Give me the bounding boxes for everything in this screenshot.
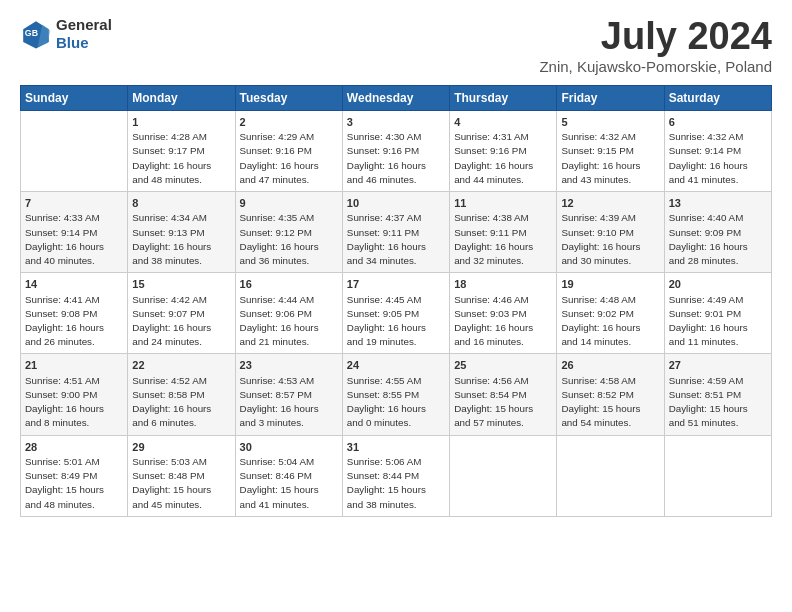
calendar-cell: 19Sunrise: 4:48 AM Sunset: 9:02 PM Dayli…	[557, 273, 664, 354]
day-header-thursday: Thursday	[450, 85, 557, 110]
calendar-cell: 29Sunrise: 5:03 AM Sunset: 8:48 PM Dayli…	[128, 435, 235, 516]
calendar-cell: 20Sunrise: 4:49 AM Sunset: 9:01 PM Dayli…	[664, 273, 771, 354]
cell-details: Sunrise: 4:49 AM Sunset: 9:01 PM Dayligh…	[669, 293, 767, 350]
calendar-cell: 22Sunrise: 4:52 AM Sunset: 8:58 PM Dayli…	[128, 354, 235, 435]
cell-details: Sunrise: 4:29 AM Sunset: 9:16 PM Dayligh…	[240, 130, 338, 187]
day-header-wednesday: Wednesday	[342, 85, 449, 110]
cell-details: Sunrise: 4:38 AM Sunset: 9:11 PM Dayligh…	[454, 211, 552, 268]
calendar-cell: 27Sunrise: 4:59 AM Sunset: 8:51 PM Dayli…	[664, 354, 771, 435]
calendar-table: SundayMondayTuesdayWednesdayThursdayFrid…	[20, 85, 772, 517]
cell-details: Sunrise: 4:34 AM Sunset: 9:13 PM Dayligh…	[132, 211, 230, 268]
day-number: 9	[240, 196, 338, 211]
cell-details: Sunrise: 4:35 AM Sunset: 9:12 PM Dayligh…	[240, 211, 338, 268]
cell-details: Sunrise: 4:33 AM Sunset: 9:14 PM Dayligh…	[25, 211, 123, 268]
week-row-3: 14Sunrise: 4:41 AM Sunset: 9:08 PM Dayli…	[21, 273, 772, 354]
calendar-cell: 2Sunrise: 4:29 AM Sunset: 9:16 PM Daylig…	[235, 110, 342, 191]
calendar-cell	[664, 435, 771, 516]
day-header-friday: Friday	[557, 85, 664, 110]
week-row-2: 7Sunrise: 4:33 AM Sunset: 9:14 PM Daylig…	[21, 192, 772, 273]
cell-details: Sunrise: 4:48 AM Sunset: 9:02 PM Dayligh…	[561, 293, 659, 350]
logo: GB General Blue	[20, 16, 112, 52]
calendar-cell: 17Sunrise: 4:45 AM Sunset: 9:05 PM Dayli…	[342, 273, 449, 354]
calendar-cell	[450, 435, 557, 516]
calendar-cell: 25Sunrise: 4:56 AM Sunset: 8:54 PM Dayli…	[450, 354, 557, 435]
day-header-saturday: Saturday	[664, 85, 771, 110]
calendar-cell: 1Sunrise: 4:28 AM Sunset: 9:17 PM Daylig…	[128, 110, 235, 191]
day-number: 21	[25, 358, 123, 373]
calendar-cell: 12Sunrise: 4:39 AM Sunset: 9:10 PM Dayli…	[557, 192, 664, 273]
day-number: 1	[132, 115, 230, 130]
page: GB General Blue July 2024 Znin, Kujawsko…	[0, 0, 792, 612]
svg-text:GB: GB	[25, 28, 38, 38]
day-number: 8	[132, 196, 230, 211]
calendar-cell: 9Sunrise: 4:35 AM Sunset: 9:12 PM Daylig…	[235, 192, 342, 273]
cell-details: Sunrise: 5:04 AM Sunset: 8:46 PM Dayligh…	[240, 455, 338, 512]
calendar-cell: 26Sunrise: 4:58 AM Sunset: 8:52 PM Dayli…	[557, 354, 664, 435]
calendar-cell	[557, 435, 664, 516]
calendar-cell: 10Sunrise: 4:37 AM Sunset: 9:11 PM Dayli…	[342, 192, 449, 273]
cell-details: Sunrise: 4:37 AM Sunset: 9:11 PM Dayligh…	[347, 211, 445, 268]
day-number: 23	[240, 358, 338, 373]
day-number: 25	[454, 358, 552, 373]
cell-details: Sunrise: 4:52 AM Sunset: 8:58 PM Dayligh…	[132, 374, 230, 431]
header: GB General Blue July 2024 Znin, Kujawsko…	[20, 16, 772, 75]
calendar-cell: 18Sunrise: 4:46 AM Sunset: 9:03 PM Dayli…	[450, 273, 557, 354]
day-header-sunday: Sunday	[21, 85, 128, 110]
day-header-monday: Monday	[128, 85, 235, 110]
day-number: 24	[347, 358, 445, 373]
cell-details: Sunrise: 4:58 AM Sunset: 8:52 PM Dayligh…	[561, 374, 659, 431]
day-number: 30	[240, 440, 338, 455]
calendar-cell: 5Sunrise: 4:32 AM Sunset: 9:15 PM Daylig…	[557, 110, 664, 191]
title-block: July 2024 Znin, Kujawsko-Pomorskie, Pola…	[539, 16, 772, 75]
cell-details: Sunrise: 4:44 AM Sunset: 9:06 PM Dayligh…	[240, 293, 338, 350]
cell-details: Sunrise: 4:53 AM Sunset: 8:57 PM Dayligh…	[240, 374, 338, 431]
cell-details: Sunrise: 4:51 AM Sunset: 9:00 PM Dayligh…	[25, 374, 123, 431]
calendar-cell: 8Sunrise: 4:34 AM Sunset: 9:13 PM Daylig…	[128, 192, 235, 273]
day-number: 22	[132, 358, 230, 373]
main-title: July 2024	[539, 16, 772, 58]
cell-details: Sunrise: 4:55 AM Sunset: 8:55 PM Dayligh…	[347, 374, 445, 431]
day-number: 4	[454, 115, 552, 130]
calendar-cell: 11Sunrise: 4:38 AM Sunset: 9:11 PM Dayli…	[450, 192, 557, 273]
day-number: 14	[25, 277, 123, 292]
cell-details: Sunrise: 4:45 AM Sunset: 9:05 PM Dayligh…	[347, 293, 445, 350]
day-number: 29	[132, 440, 230, 455]
day-header-tuesday: Tuesday	[235, 85, 342, 110]
calendar-cell: 31Sunrise: 5:06 AM Sunset: 8:44 PM Dayli…	[342, 435, 449, 516]
cell-details: Sunrise: 4:46 AM Sunset: 9:03 PM Dayligh…	[454, 293, 552, 350]
day-number: 19	[561, 277, 659, 292]
cell-details: Sunrise: 5:01 AM Sunset: 8:49 PM Dayligh…	[25, 455, 123, 512]
calendar-cell: 15Sunrise: 4:42 AM Sunset: 9:07 PM Dayli…	[128, 273, 235, 354]
day-number: 5	[561, 115, 659, 130]
day-number: 3	[347, 115, 445, 130]
day-number: 31	[347, 440, 445, 455]
cell-details: Sunrise: 4:30 AM Sunset: 9:16 PM Dayligh…	[347, 130, 445, 187]
header-row: SundayMondayTuesdayWednesdayThursdayFrid…	[21, 85, 772, 110]
logo-icon: GB	[20, 18, 52, 50]
calendar-cell: 24Sunrise: 4:55 AM Sunset: 8:55 PM Dayli…	[342, 354, 449, 435]
week-row-5: 28Sunrise: 5:01 AM Sunset: 8:49 PM Dayli…	[21, 435, 772, 516]
week-row-4: 21Sunrise: 4:51 AM Sunset: 9:00 PM Dayli…	[21, 354, 772, 435]
day-number: 2	[240, 115, 338, 130]
day-number: 7	[25, 196, 123, 211]
cell-details: Sunrise: 4:40 AM Sunset: 9:09 PM Dayligh…	[669, 211, 767, 268]
day-number: 11	[454, 196, 552, 211]
cell-details: Sunrise: 4:42 AM Sunset: 9:07 PM Dayligh…	[132, 293, 230, 350]
day-number: 13	[669, 196, 767, 211]
calendar-cell: 30Sunrise: 5:04 AM Sunset: 8:46 PM Dayli…	[235, 435, 342, 516]
cell-details: Sunrise: 4:39 AM Sunset: 9:10 PM Dayligh…	[561, 211, 659, 268]
calendar-cell: 4Sunrise: 4:31 AM Sunset: 9:16 PM Daylig…	[450, 110, 557, 191]
calendar-cell: 3Sunrise: 4:30 AM Sunset: 9:16 PM Daylig…	[342, 110, 449, 191]
cell-details: Sunrise: 4:41 AM Sunset: 9:08 PM Dayligh…	[25, 293, 123, 350]
cell-details: Sunrise: 5:06 AM Sunset: 8:44 PM Dayligh…	[347, 455, 445, 512]
cell-details: Sunrise: 4:28 AM Sunset: 9:17 PM Dayligh…	[132, 130, 230, 187]
day-number: 15	[132, 277, 230, 292]
calendar-cell: 23Sunrise: 4:53 AM Sunset: 8:57 PM Dayli…	[235, 354, 342, 435]
calendar-cell: 6Sunrise: 4:32 AM Sunset: 9:14 PM Daylig…	[664, 110, 771, 191]
subtitle: Znin, Kujawsko-Pomorskie, Poland	[539, 58, 772, 75]
calendar-cell: 28Sunrise: 5:01 AM Sunset: 8:49 PM Dayli…	[21, 435, 128, 516]
day-number: 18	[454, 277, 552, 292]
cell-details: Sunrise: 5:03 AM Sunset: 8:48 PM Dayligh…	[132, 455, 230, 512]
day-number: 27	[669, 358, 767, 373]
day-number: 10	[347, 196, 445, 211]
